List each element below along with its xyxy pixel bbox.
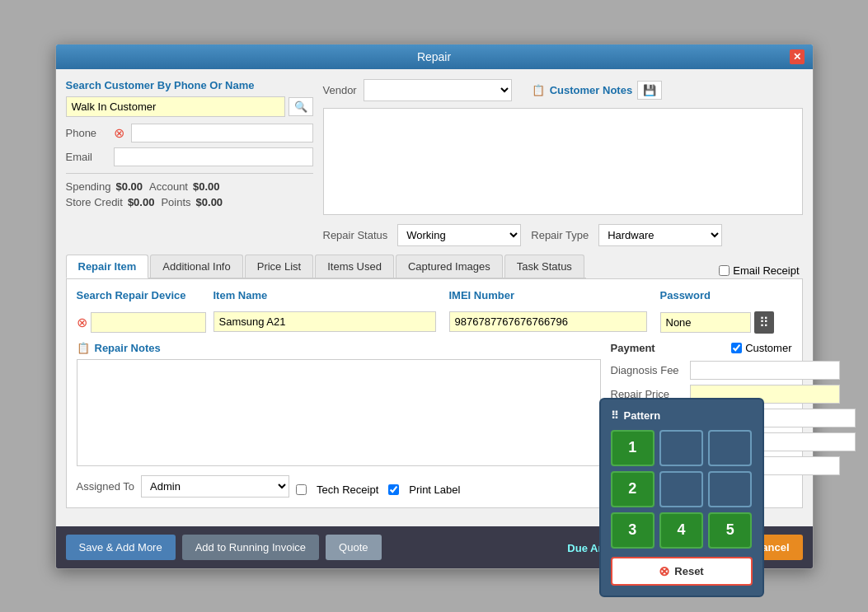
notes-icon: 📋 <box>532 84 545 96</box>
repair-type-label: Repair Type <box>531 229 589 241</box>
email-label: Email <box>66 151 107 163</box>
tab-task-status[interactable]: Task Status <box>504 255 584 278</box>
email-row: Email <box>66 147 313 166</box>
pattern-cell-4[interactable]: 2 <box>611 471 655 507</box>
title-bar: Repair ✕ <box>56 44 813 69</box>
customer-notes-textarea[interactable] <box>323 108 803 215</box>
checkbox-row: Tech Receipt Print Label <box>296 484 460 496</box>
reset-label: Reset <box>674 565 703 577</box>
repair-notes-panel: 📋 Repair Notes Assigned To Admin Tech 1 … <box>77 342 601 498</box>
tab-captured-images[interactable]: Captured Images <box>396 255 503 278</box>
tech-receipt-checkbox[interactable] <box>296 484 307 495</box>
vendor-select[interactable] <box>364 79 512 101</box>
password-row: ⠿ <box>660 311 792 334</box>
tab-items-used[interactable]: Items Used <box>315 255 394 278</box>
email-receipt-checkbox[interactable] <box>719 265 730 276</box>
phone-input[interactable] <box>131 124 313 142</box>
phone-label: Phone <box>66 127 107 139</box>
search-repair-error-icon: ⊗ <box>77 315 87 330</box>
add-running-invoice-button[interactable]: Add to Running Invoice <box>182 535 319 560</box>
item-name-input[interactable] <box>213 311 436 332</box>
pattern-cell-8[interactable]: 4 <box>659 512 703 549</box>
repair-status-label: Repair Status <box>323 229 388 241</box>
repair-type-select[interactable]: Hardware Software Other <box>598 224 722 246</box>
search-repair-label: Search Repair Device <box>77 289 200 301</box>
vendor-row: Vendor 📋 Customer Notes 💾 <box>323 79 803 101</box>
diagnosis-fee-input[interactable] <box>690 361 840 380</box>
right-panel: Vendor 📋 Customer Notes 💾 Repair Status <box>323 79 803 246</box>
top-section: Search Customer By Phone Or Name 🔍 Phone… <box>66 79 803 246</box>
customer-checkbox-label: Customer <box>745 342 791 354</box>
print-label-label: Print Label <box>409 484 460 496</box>
customer-checkbox[interactable] <box>731 343 742 353</box>
email-receipt-row: Email Receipt <box>719 264 799 277</box>
repair-notes-textarea[interactable] <box>77 359 601 466</box>
pattern-button[interactable]: ⠿ <box>754 311 774 334</box>
tab-price-list[interactable]: Price List <box>245 255 313 278</box>
store-credit-label: Store Credit <box>66 196 123 208</box>
points-value: $0.00 <box>196 196 223 208</box>
pattern-popup: ⠿ Pattern 1 2 3 4 5 ⊗ Reset <box>599 398 764 597</box>
customer-search-row: 🔍 <box>66 96 313 117</box>
points-stat: Points $0.00 <box>161 196 223 208</box>
pattern-cell-5[interactable] <box>659 471 703 507</box>
pattern-title: ⠿ Pattern <box>611 409 753 422</box>
repair-notes-header: 📋 Repair Notes <box>77 342 601 354</box>
reset-icon: ⊗ <box>659 563 669 579</box>
store-credit-stat: Store Credit $0.00 <box>66 196 155 208</box>
stats-row-2: Store Credit $0.00 Points $0.00 <box>66 196 313 208</box>
diagnosis-label: Diagnosis Fee <box>611 364 685 376</box>
spending-value: $0.00 <box>115 180 143 193</box>
pattern-grid-icon: ⠿ <box>611 409 619 422</box>
customer-search-label: Search Customer By Phone Or Name <box>66 79 313 91</box>
repair-notes-icon: 📋 <box>77 342 90 354</box>
repair-item-inputs: ⊗ ⠿ <box>77 311 792 334</box>
item-name-label: Item Name <box>213 289 436 301</box>
account-stat: Account $0.00 <box>149 180 220 193</box>
email-input[interactable] <box>114 147 313 166</box>
pattern-reset-button[interactable]: ⊗ Reset <box>611 557 753 586</box>
password-input[interactable] <box>660 312 751 333</box>
tab-additional-info[interactable]: Additional Info <box>150 255 242 278</box>
repair-status-select[interactable]: Working Pending Completed Cancelled <box>397 224 521 246</box>
pattern-cell-7[interactable]: 3 <box>611 512 655 549</box>
customer-search-button[interactable]: 🔍 <box>289 97 313 116</box>
customer-notes-label[interactable]: Customer Notes <box>550 84 632 96</box>
close-button[interactable]: ✕ <box>790 49 805 64</box>
imei-label: IMEI Number <box>449 289 647 301</box>
email-receipt-label: Email Receipt <box>733 264 799 277</box>
quote-button[interactable]: Quote <box>326 535 381 560</box>
pattern-cell-2[interactable] <box>659 430 703 466</box>
account-label: Account <box>149 180 188 193</box>
dialog-title: Repair <box>79 50 790 63</box>
store-credit-value: $0.00 <box>128 196 155 208</box>
tab-repair-item[interactable]: Repair Item <box>66 255 149 278</box>
pattern-cell-3[interactable] <box>708 430 752 466</box>
account-value: $0.00 <box>193 180 220 193</box>
payment-title: Payment <box>611 342 655 354</box>
repair-notes-label: Repair Notes <box>95 342 161 354</box>
pattern-cell-6[interactable] <box>708 471 752 507</box>
print-label-checkbox[interactable] <box>388 484 399 495</box>
save-add-more-button[interactable]: Save & Add More <box>66 535 176 560</box>
customer-search-input[interactable] <box>66 96 285 117</box>
points-label: Points <box>161 196 190 208</box>
assigned-row: Assigned To Admin Tech 1 Tech 2 Tech Rec… <box>77 475 601 498</box>
pattern-cell-1[interactable]: 1 <box>611 430 655 466</box>
stats-row: Spending $0.00 Account $0.00 <box>66 180 313 193</box>
save-note-button[interactable]: 💾 <box>637 81 662 100</box>
spending-label: Spending <box>66 180 111 193</box>
search-repair-input[interactable] <box>91 312 206 333</box>
tech-receipt-label: Tech Receipt <box>317 484 378 496</box>
pattern-cell-9[interactable]: 5 <box>708 512 752 549</box>
assigned-select[interactable]: Admin Tech 1 Tech 2 <box>141 475 289 498</box>
vendor-label: Vendor <box>323 84 357 96</box>
spending-stat: Spending $0.00 <box>66 180 143 193</box>
payment-header: Payment Customer <box>611 342 792 354</box>
diagnosis-row: Diagnosis Fee <box>611 361 792 380</box>
password-label: Password <box>660 289 792 301</box>
phone-row: Phone ⊗ <box>66 124 313 142</box>
imei-input[interactable] <box>449 311 647 332</box>
left-panel: Search Customer By Phone Or Name 🔍 Phone… <box>66 79 313 246</box>
tabs: Repair Item Additional Info Price List I… <box>66 255 586 278</box>
